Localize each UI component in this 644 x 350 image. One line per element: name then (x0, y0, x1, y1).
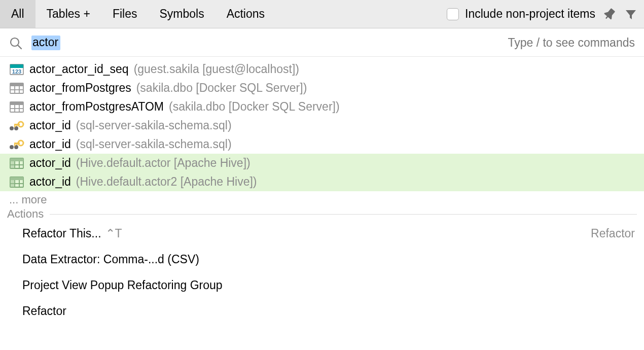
svg-rect-20 (16, 124, 18, 126)
checkbox-icon (447, 8, 459, 20)
include-non-project-label: Include non-project items (465, 7, 595, 21)
action-row[interactable]: Data Extractor: Comma-...d (CSV) (0, 247, 644, 272)
actions-section-label: Actions (7, 207, 44, 221)
action-label: Project View Popup Refactoring Group (22, 278, 223, 292)
result-location: (sql-server-sakila-schema.sql) (76, 137, 232, 151)
svg-point-0 (11, 38, 19, 46)
result-name: actor_id (29, 156, 71, 170)
actions-list: Refactor This...⌃TRefactorData Extractor… (0, 221, 644, 324)
search-input[interactable]: actor (31, 36, 60, 50)
result-location: (sakila.dbo [Docker SQL Server]) (169, 100, 340, 114)
hivecol-icon (9, 176, 24, 188)
result-name: actor_id (29, 175, 71, 189)
filter-icon[interactable] (624, 7, 638, 21)
result-row[interactable]: actor_id(Hive.default.actor2 [Apache Hiv… (0, 172, 644, 191)
svg-line-1 (18, 45, 22, 49)
result-name: actor_fromPostgres (29, 81, 131, 95)
svg-rect-32 (10, 161, 15, 168)
result-name: actor_actor_id_seq (29, 62, 129, 76)
actions-section-header: Actions (0, 206, 644, 221)
search-icon (9, 37, 22, 50)
svg-rect-34 (10, 177, 23, 180)
key-icon (9, 120, 24, 132)
svg-rect-3 (10, 64, 23, 68)
result-row[interactable]: actor_id(Hive.default.actor [Apache Hive… (0, 154, 644, 172)
tabs-bar: All Tables + Files Symbols Actions Inclu… (0, 0, 644, 28)
result-name: actor_fromPostgresATOM (29, 100, 164, 114)
divider (50, 214, 637, 215)
svg-rect-38 (10, 180, 15, 187)
tabs-right: Include non-project items (447, 7, 644, 21)
action-label: Refactor This... (22, 227, 101, 240)
sequence-icon: 123 (9, 63, 24, 76)
svg-rect-19 (14, 124, 16, 127)
svg-text:123: 123 (12, 68, 21, 75)
result-location: (sql-server-sakila-schema.sql) (76, 119, 232, 132)
table-icon (9, 82, 24, 94)
result-row[interactable]: actor_id(sql-server-sakila-schema.sql) (0, 135, 644, 154)
result-name: actor_id (29, 119, 71, 132)
result-location: (sakila.dbo [Docker SQL Server]) (136, 81, 307, 95)
action-row[interactable]: Project View Popup Refactoring Group (0, 272, 644, 298)
result-location: (guest.sakila [guest@localhost]) (134, 62, 299, 76)
tab-all[interactable]: All (0, 0, 35, 28)
action-row[interactable]: Refactor This...⌃TRefactor (0, 221, 644, 247)
tab-files[interactable]: Files (101, 0, 149, 28)
include-non-project-checkbox[interactable]: Include non-project items (447, 7, 595, 21)
result-row[interactable]: 123 actor_actor_id_seq(guest.sakila [gue… (0, 60, 644, 79)
svg-rect-28 (10, 158, 23, 161)
action-label: Data Extractor: Comma-...d (CSV) (22, 253, 199, 266)
action-shortcut: ⌃T (105, 227, 122, 240)
action-category: Refactor (591, 227, 635, 240)
tab-tables[interactable]: Tables + (35, 0, 101, 28)
key-icon (9, 138, 24, 151)
result-name: actor_id (29, 137, 71, 151)
svg-rect-11 (10, 102, 23, 105)
svg-point-21 (10, 145, 14, 149)
pin-icon[interactable] (602, 7, 617, 21)
svg-rect-25 (14, 143, 16, 146)
results-list: 123 actor_actor_id_seq(guest.sakila [gue… (0, 57, 644, 191)
hivecol-icon (9, 157, 24, 169)
search-row: actor Type / to see commands (0, 28, 644, 57)
tabs: All Tables + Files Symbols Actions (0, 0, 276, 28)
more-results-link[interactable]: ... more (0, 191, 644, 206)
svg-point-15 (10, 126, 14, 130)
result-row[interactable]: actor_id(sql-server-sakila-schema.sql) (0, 116, 644, 135)
svg-rect-6 (10, 83, 23, 86)
result-location: (Hive.default.actor [Apache Hive]) (76, 156, 251, 170)
result-row[interactable]: actor_fromPostgres(sakila.dbo [Docker SQ… (0, 79, 644, 97)
tab-symbols[interactable]: Symbols (148, 0, 215, 28)
tab-actions[interactable]: Actions (216, 0, 276, 28)
result-row[interactable]: actor_fromPostgresATOM(sakila.dbo [Docke… (0, 97, 644, 116)
action-row[interactable]: Refactor (0, 298, 644, 324)
table-icon (9, 101, 24, 113)
svg-rect-26 (16, 143, 18, 145)
result-location: (Hive.default.actor2 [Apache Hive]) (76, 175, 257, 189)
search-hint: Type / to see commands (508, 36, 635, 50)
action-label: Refactor (22, 304, 66, 318)
